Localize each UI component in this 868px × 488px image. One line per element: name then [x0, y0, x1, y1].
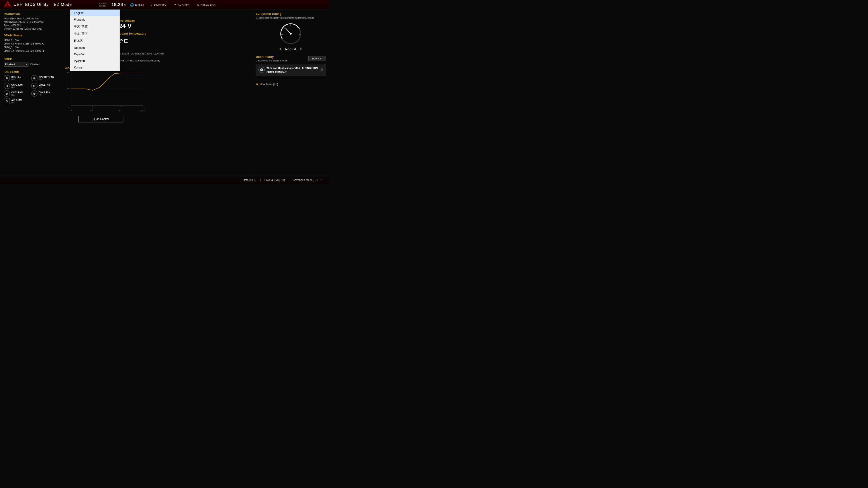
- boot-priority-desc: Choose one and drag the items.: [256, 59, 288, 62]
- top-nav: 12/25/2022 Sunday 18:24 ⚙ 🌐 English ? Se…: [99, 1, 219, 8]
- chart-50-label: 50: [67, 88, 69, 90]
- docp-select-wrapper[interactable]: Disabled DOCP DDR5-4800 19-38-38-76-2T: [4, 62, 29, 67]
- chart-100-label: 100: [67, 71, 70, 73]
- boot-menu-label: Boot Menu(F8): [260, 83, 278, 86]
- tuning-prev-button[interactable]: <: [279, 47, 282, 52]
- fan-profile-title: FAN Profile: [4, 70, 57, 74]
- time-value: 18:24: [112, 2, 123, 7]
- boot-item-0[interactable]: 💿 Windows Boot Manager (M.2_1: KINGSTON …: [256, 64, 326, 76]
- lang-deutsch[interactable]: Deutsch: [70, 44, 120, 51]
- info-memory: Memory: 32768 MB (DDR5 4800MHz): [4, 27, 57, 31]
- gauge-svg: [279, 22, 302, 45]
- fan-cha2-value: N/A: [39, 86, 50, 88]
- fan-aio-value: N/A: [11, 101, 22, 104]
- resizebar-label: ReSize BAR: [200, 3, 216, 6]
- lang-russian[interactable]: Русский: [70, 58, 120, 64]
- fan-cpu-name: CPU FAN: [11, 76, 21, 78]
- boot-item-disk-icon: 💿: [258, 67, 265, 73]
- fan-cpu-icon: ⊛: [4, 75, 10, 81]
- docp-display-value: Disabled: [30, 63, 40, 66]
- tuning-nav: < Normal >: [256, 47, 326, 52]
- boot-item-name: Windows Boot Manager (M.2_1: KINGSTON SK…: [267, 67, 318, 73]
- docp-select[interactable]: Disabled DOCP DDR5-4800 19-38-38-76-2T: [4, 62, 29, 67]
- dram-a1: DIMM_A1: N/A: [4, 38, 57, 42]
- ez-tuning-title: EZ System Tuning: [256, 12, 326, 15]
- info-motherboard: ROG STRIX B650-A GAMING WIFI: [4, 17, 57, 20]
- nvme-info: M.2_1: KINGSTON SKC3000S1024G (1024.2GB): [110, 59, 248, 63]
- tuning-next-button[interactable]: >: [300, 47, 302, 52]
- chart-x100: 100: [140, 109, 143, 111]
- fan-cha1-icon: ⊛: [4, 83, 10, 89]
- chart-x30: 30: [91, 109, 93, 111]
- fan-cha4-value: N/A: [39, 94, 50, 96]
- fan-cpuopt-name: CPU OPT FAN: [39, 76, 54, 78]
- boot-priority-header: Boot Priority Choose one and drag the it…: [256, 55, 326, 62]
- switch-all-button[interactable]: Switch all: [308, 56, 326, 61]
- fan-cpuopt-info: CPU OPT FAN N/A: [39, 76, 54, 80]
- resizebar-button[interactable]: ⧉ ReSize BAR: [194, 1, 219, 8]
- lang-english[interactable]: English: [70, 10, 120, 16]
- dram-b1: DIMM_B1: N/A: [4, 46, 57, 49]
- fan-cha1-value: N/A: [11, 86, 23, 88]
- lang-zh-tw[interactable]: 中文 (繁體): [70, 23, 120, 30]
- ez-tuning-section: EZ System Tuning Click the icon to speci…: [256, 12, 326, 52]
- datetime-gear-icon[interactable]: ⚙: [124, 3, 126, 6]
- fan-aio-icon: ⊙: [4, 98, 10, 104]
- lang-espanol[interactable]: Español: [70, 51, 120, 58]
- fan-aio-name: AIO PUMP: [11, 99, 22, 101]
- boot-priority-section: Boot Priority Choose one and drag the it…: [256, 55, 326, 76]
- left-panel: Information ROG STRIX B650-A GAMING WIFI…: [0, 9, 61, 173]
- fan-chart-svg: [71, 72, 143, 107]
- fan-cha4-name: CHA4 FAN: [39, 91, 50, 94]
- fan-item-cha4: ⊛ CHA4 FAN N/A: [31, 90, 57, 97]
- fan-grid: ⊛ CPU FAN N/A ⊛ CPU OPT FAN N/A ⊛: [4, 75, 57, 104]
- lang-korean[interactable]: Korean: [70, 64, 120, 71]
- lang-zh-cn[interactable]: 中文 (简体): [70, 30, 120, 37]
- svg-point-15: [290, 33, 291, 35]
- fan-cha3-name: CHA3 FAN: [11, 91, 23, 94]
- dram-title: DRAM Status: [4, 34, 57, 37]
- dram-a2: DIMM_A2: Kingston 16384MB 4800MHz: [4, 42, 57, 46]
- cpu-voltage-value: 1.224 V: [110, 22, 248, 30]
- fan-cha2-info: CHA2 FAN N/A: [39, 84, 50, 88]
- chart-x70: 70: [119, 109, 121, 111]
- svg-line-14: [286, 28, 291, 34]
- fan-cha4-info: CHA4 FAN N/A: [39, 91, 50, 96]
- search-button[interactable]: ? Search(F9): [148, 2, 170, 8]
- storage-section: mation SATA6G_1: KINGSTON SA400S371920G …: [110, 49, 248, 63]
- time-display: 18:24 ⚙: [112, 2, 126, 7]
- svg-line-18: [297, 27, 298, 29]
- tuning-mode-label: Normal: [285, 47, 296, 51]
- mb-temp-section: Motherboard Temperature °C 32°C: [110, 32, 248, 47]
- dram-section: DRAM Status DIMM_A1: N/A DIMM_A2: Kingst…: [4, 34, 57, 53]
- lang-japanese[interactable]: 日本語: [70, 37, 120, 44]
- top-bar: UEFI BIOS Utility – EZ Mode 12/25/2022 S…: [0, 0, 329, 9]
- fan-cpu-value: N/A: [11, 78, 21, 80]
- aura-icon: ✦: [174, 3, 177, 6]
- boot-menu-button[interactable]: ✱ Boot Menu(F8): [256, 82, 278, 87]
- nvme-section: NVME: M.2_1: KINGSTON SKC3000S1024G (102…: [110, 57, 248, 63]
- fan-profile-section: FAN Profile ⊛ CPU FAN N/A ⊛ CPU OPT FAN …: [4, 70, 57, 104]
- qfan-control-button[interactable]: QFan Control: [78, 116, 123, 123]
- cpu-voltage-label: CPU Core Voltage: [110, 19, 248, 22]
- language-dropdown: English Français 中文 (繁體) 中文 (简体) 日本語 Deu…: [70, 9, 120, 71]
- boot-drag-icon: ⠿: [321, 68, 323, 72]
- language-button[interactable]: 🌐 English: [127, 2, 147, 8]
- default-button[interactable]: Default(F5): [239, 177, 260, 183]
- main-content: Information ROG STRIX B650-A GAMING WIFI…: [0, 9, 329, 173]
- storage-info-label: mation: [110, 49, 248, 52]
- fan-cha3-icon: ⊛: [4, 90, 10, 97]
- aura-button[interactable]: ✦ AURA(F4): [170, 2, 193, 8]
- svg-line-17: [283, 27, 285, 29]
- tuning-gauge[interactable]: [279, 22, 302, 45]
- fan-chart-section: CPU FAN % 100 50 0: [65, 66, 248, 123]
- advanced-mode-button[interactable]: Advanced Mode(F7)|→: [289, 177, 324, 183]
- header-title: UEFI BIOS Utility – EZ Mode: [13, 2, 72, 7]
- info-speed: Speed: 4500 MHz: [4, 24, 57, 27]
- datetime-block: 12/25/2022 Sunday: [99, 2, 109, 7]
- boot-item-info: Windows Boot Manager (M.2_1: KINGSTON SK…: [267, 66, 319, 74]
- save-exit-button[interactable]: Save & Exit(F10): [261, 177, 289, 183]
- fan-aio-info: AIO PUMP N/A: [11, 99, 22, 104]
- lang-francais[interactable]: Français: [70, 16, 120, 23]
- right-panel: EZ System Tuning Click the icon to speci…: [252, 9, 329, 173]
